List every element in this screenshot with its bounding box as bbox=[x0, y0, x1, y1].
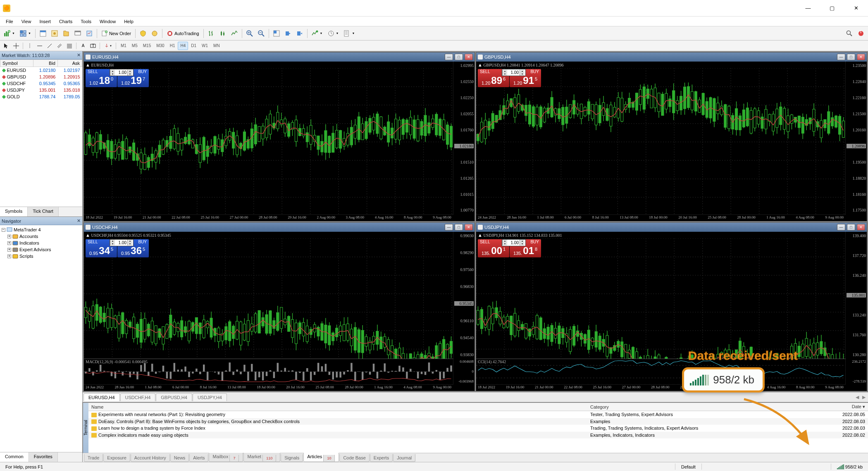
tree-expand-icon[interactable]: + bbox=[7, 248, 11, 252]
autoscroll-button[interactable] bbox=[271, 29, 282, 38]
term-tab-news[interactable]: News bbox=[170, 454, 189, 462]
candlestick-button[interactable] bbox=[217, 29, 228, 38]
one-click-volume[interactable]: ▴▾▴▾ bbox=[110, 69, 134, 76]
cursor-button[interactable] bbox=[2, 42, 11, 50]
vol-up2[interactable]: ▴ bbox=[520, 240, 525, 243]
maximize-button[interactable]: ▢ bbox=[820, 0, 844, 17]
volume-input[interactable] bbox=[507, 240, 520, 246]
nav-tab-common[interactable]: Common bbox=[0, 452, 29, 462]
chart-close-button[interactable]: ✕ bbox=[465, 54, 473, 60]
timeframe-m5[interactable]: M5 bbox=[129, 42, 140, 50]
vol-up[interactable]: ▴ bbox=[110, 240, 115, 243]
volume-input[interactable] bbox=[507, 69, 520, 76]
tree-collapse-icon[interactable]: − bbox=[2, 228, 5, 232]
mw-col-symbol[interactable]: Symbol bbox=[0, 60, 33, 67]
mw-tab-tickchart[interactable]: Tick Chart bbox=[28, 207, 59, 216]
search-button[interactable] bbox=[844, 29, 855, 38]
vol-down2[interactable]: ▾ bbox=[520, 73, 525, 76]
vol-up[interactable]: ▴ bbox=[502, 240, 507, 243]
arrows-button[interactable]: ▼ bbox=[102, 42, 114, 50]
chart-max-button[interactable]: □ bbox=[847, 54, 855, 60]
minimize-button[interactable]: — bbox=[796, 0, 820, 17]
chart-tab-usdjpy-h4[interactable]: USDJPY,H4 bbox=[193, 393, 227, 401]
zoom-out-button[interactable] bbox=[256, 29, 267, 38]
one-click-volume[interactable]: ▴▾▴▾ bbox=[502, 69, 526, 76]
menu-charts[interactable]: Charts bbox=[55, 18, 76, 25]
chart-tab-usdchf-h4[interactable]: USDCHF,H4 bbox=[120, 393, 156, 401]
indicators-button[interactable] bbox=[294, 29, 305, 38]
strategy-tester-button[interactable] bbox=[84, 29, 95, 38]
options-button[interactable] bbox=[149, 29, 160, 38]
term-tab-account-history[interactable]: Account History bbox=[131, 454, 170, 462]
nav-item-indicators[interactable]: +Indicators bbox=[7, 240, 81, 246]
term-tab-signals[interactable]: Signals bbox=[281, 454, 303, 462]
profiles-button[interactable]: ▼ bbox=[18, 29, 33, 38]
term-tab-code-base[interactable]: Code Base bbox=[339, 454, 369, 462]
metaeditor-button[interactable] bbox=[138, 29, 148, 38]
templates-button[interactable]: ▼ bbox=[341, 29, 357, 38]
vol-down[interactable]: ▾ bbox=[110, 243, 115, 245]
vol-down[interactable]: ▾ bbox=[502, 73, 507, 76]
vol-up[interactable]: ▴ bbox=[502, 70, 507, 73]
timeframe-mn[interactable]: MN bbox=[211, 42, 222, 50]
menu-window[interactable]: Window bbox=[95, 18, 120, 25]
menu-tools[interactable]: Tools bbox=[76, 18, 95, 25]
vol-down2[interactable]: ▾ bbox=[520, 243, 525, 245]
volume-input[interactable] bbox=[115, 240, 127, 246]
term-tab-articles[interactable]: Articles 10 bbox=[303, 453, 339, 462]
market-watch-close-icon[interactable]: ✕ bbox=[77, 52, 81, 58]
chart-max-button[interactable]: □ bbox=[455, 224, 463, 231]
vol-up2[interactable]: ▴ bbox=[127, 70, 132, 73]
chart-max-button[interactable]: □ bbox=[455, 54, 463, 60]
vol-down[interactable]: ▾ bbox=[502, 243, 507, 245]
mw-col-ask[interactable]: Ask bbox=[57, 60, 82, 67]
data-window-button[interactable] bbox=[49, 29, 60, 38]
term-tab-experts[interactable]: Experts bbox=[370, 454, 393, 462]
term-tab-exposure[interactable]: Exposure bbox=[103, 454, 130, 462]
timeframe-m1[interactable]: M1 bbox=[118, 42, 129, 50]
navigator-header[interactable]: Navigator ✕ bbox=[0, 217, 82, 225]
bar-chart-button[interactable] bbox=[206, 29, 217, 38]
nav-item-expert-advisors[interactable]: +Expert Advisors bbox=[7, 246, 81, 253]
chart-surface[interactable]: ▲ EURUSD,H4SELL1.02180 BUY1.02197▴▾▴▾1.0… bbox=[84, 62, 475, 221]
fibonacci-button[interactable] bbox=[65, 42, 74, 50]
vol-up2[interactable]: ▴ bbox=[520, 70, 525, 73]
timeframe-m30[interactable]: M30 bbox=[154, 42, 167, 50]
timeframe-w1[interactable]: W1 bbox=[199, 42, 210, 50]
periodicity-button[interactable]: ▼ bbox=[326, 29, 341, 38]
chart-min-button[interactable]: — bbox=[837, 54, 845, 60]
chart-tabs-next[interactable]: ▶ bbox=[861, 395, 867, 400]
close-button[interactable]: ✕ bbox=[844, 0, 868, 17]
status-connection[interactable]: 958/2 kb bbox=[834, 464, 866, 469]
new-chart-button[interactable]: ▼ bbox=[2, 29, 17, 38]
crosshair-button[interactable] bbox=[12, 42, 21, 50]
mw-col-bid[interactable]: Bid bbox=[33, 60, 57, 67]
chart-surface[interactable]: ▲ USDCHF,H4 0.95504 0.95525 0.95321 0.95… bbox=[84, 232, 475, 391]
volume-input[interactable] bbox=[115, 69, 127, 76]
term-tab-trade[interactable]: Trade bbox=[84, 454, 103, 462]
mw-row-gold[interactable]: GOLD1788.741789.05 bbox=[0, 93, 82, 100]
indicator-list-button[interactable]: ▼ bbox=[310, 29, 325, 38]
channel-button[interactable] bbox=[55, 42, 64, 50]
menu-file[interactable]: File bbox=[2, 18, 17, 25]
chart-min-button[interactable]: — bbox=[837, 224, 845, 231]
chart-surface[interactable]: ▲ GBPUSD,H4 1.20841 1.20914 1.20647 1.20… bbox=[476, 62, 867, 221]
mw-row-eurusd[interactable]: EURUSD1.021801.02197 bbox=[0, 67, 82, 74]
market-watch-button[interactable] bbox=[38, 29, 48, 38]
term-tab-mailbox[interactable]: Mailbox 7 bbox=[209, 453, 243, 462]
nav-item-accounts[interactable]: +Accounts bbox=[7, 233, 81, 240]
chart-tabs-prev[interactable]: ◀ bbox=[854, 395, 861, 400]
menu-view[interactable]: View bbox=[17, 18, 36, 25]
market-watch-header[interactable]: Market Watch: 11:03:28 ✕ bbox=[0, 51, 82, 59]
term-tab-journal[interactable]: Journal bbox=[393, 454, 415, 462]
timeframe-d1[interactable]: D1 bbox=[188, 42, 199, 50]
text-button[interactable]: A bbox=[79, 42, 88, 50]
chart-close-button[interactable]: ✕ bbox=[857, 224, 865, 231]
text-label-button[interactable]: T bbox=[88, 42, 98, 50]
horizontal-line-button[interactable] bbox=[35, 42, 44, 50]
line-chart-button[interactable] bbox=[229, 29, 240, 38]
chart-close-button[interactable]: ✕ bbox=[857, 54, 865, 60]
chart-tab-eurusd-h4[interactable]: EURUSD,H4 bbox=[83, 393, 120, 401]
nav-root[interactable]: − MetaTrader 4 bbox=[2, 226, 81, 233]
timeframe-h4[interactable]: H4 bbox=[178, 42, 188, 50]
